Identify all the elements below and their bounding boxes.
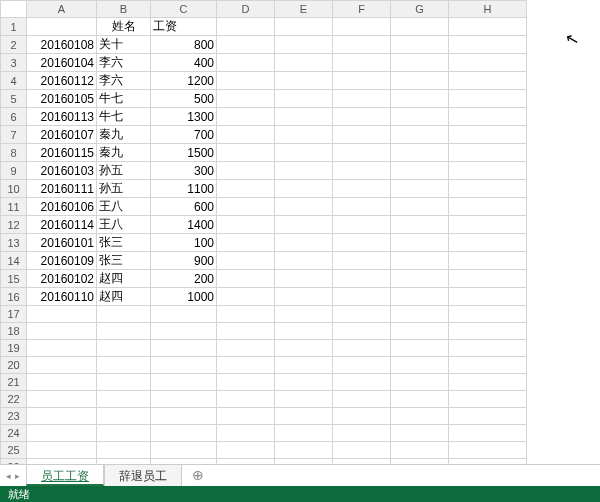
cell[interactable]: 赵四 [97,288,151,306]
cell[interactable] [151,442,217,459]
tab-nav-prev-icon[interactable]: ◂ [6,471,11,481]
row-header[interactable]: 18 [1,323,27,340]
cell[interactable]: 1100 [151,180,217,198]
cell[interactable]: 李六 [97,72,151,90]
row-header[interactable]: 2 [1,36,27,54]
cell[interactable] [391,270,449,288]
cell[interactable] [449,340,527,357]
cell[interactable] [151,374,217,391]
cell[interactable] [275,180,333,198]
cell[interactable]: 20160103 [27,162,97,180]
sheet-tab-inactive[interactable]: 辞退员工 [104,464,182,486]
cell[interactable] [275,288,333,306]
cell[interactable] [333,340,391,357]
cell[interactable] [217,72,275,90]
col-header-E[interactable]: E [275,1,333,18]
cell[interactable]: 900 [151,252,217,270]
cell[interactable] [151,340,217,357]
cell[interactable] [275,126,333,144]
cell[interactable] [333,306,391,323]
cell[interactable] [217,391,275,408]
cell[interactable] [449,198,527,216]
col-header-H[interactable]: H [449,1,527,18]
cell[interactable]: 600 [151,198,217,216]
cell[interactable] [217,18,275,36]
cell[interactable] [333,357,391,374]
cell[interactable] [275,234,333,252]
cell[interactable] [333,126,391,144]
cell[interactable]: 1200 [151,72,217,90]
row-header[interactable]: 6 [1,108,27,126]
cell[interactable] [151,323,217,340]
cell[interactable] [449,234,527,252]
cell[interactable] [391,442,449,459]
cell[interactable] [449,216,527,234]
cell[interactable] [275,90,333,108]
cell[interactable] [151,357,217,374]
row-header[interactable]: 8 [1,144,27,162]
row-header[interactable]: 5 [1,90,27,108]
cell[interactable] [275,340,333,357]
cell[interactable] [333,323,391,340]
cell[interactable] [333,374,391,391]
cell[interactable] [391,54,449,72]
cell[interactable] [275,72,333,90]
cell[interactable] [333,144,391,162]
cell[interactable] [449,270,527,288]
cell[interactable] [275,306,333,323]
row-header[interactable]: 16 [1,288,27,306]
cell[interactable] [333,252,391,270]
cell[interactable] [333,198,391,216]
cell[interactable]: 20160109 [27,252,97,270]
cell[interactable] [217,270,275,288]
cell[interactable]: 20160102 [27,270,97,288]
cell[interactable] [151,408,217,425]
cell[interactable] [151,391,217,408]
cell[interactable] [449,126,527,144]
cell[interactable]: 孙五 [97,180,151,198]
cell[interactable]: 500 [151,90,217,108]
cell[interactable] [333,391,391,408]
cell[interactable] [217,288,275,306]
cell[interactable]: 秦九 [97,144,151,162]
cell[interactable] [217,323,275,340]
cell[interactable] [449,408,527,425]
cell[interactable] [275,18,333,36]
cell[interactable] [391,144,449,162]
cell[interactable] [449,180,527,198]
cell[interactable] [449,306,527,323]
cell[interactable]: 1300 [151,108,217,126]
cell[interactable] [217,108,275,126]
cell[interactable] [333,288,391,306]
cell[interactable] [27,357,97,374]
cell[interactable]: 姓名 [97,18,151,36]
cell[interactable]: 700 [151,126,217,144]
col-header-A[interactable]: A [27,1,97,18]
cell[interactable] [333,54,391,72]
cell[interactable]: 牛七 [97,108,151,126]
cell[interactable] [217,252,275,270]
cell[interactable]: 20160110 [27,288,97,306]
cell[interactable]: 秦九 [97,126,151,144]
row-header[interactable]: 11 [1,198,27,216]
cell[interactable] [449,36,527,54]
row-header[interactable]: 22 [1,391,27,408]
cell[interactable] [449,288,527,306]
cell[interactable]: 孙五 [97,162,151,180]
row-header[interactable]: 1 [1,18,27,36]
cell[interactable] [333,108,391,126]
cell[interactable] [151,306,217,323]
cell[interactable]: 20160104 [27,54,97,72]
cell[interactable]: 王八 [97,198,151,216]
cell[interactable] [449,54,527,72]
cell[interactable] [275,108,333,126]
cell[interactable] [97,340,151,357]
cell[interactable] [97,391,151,408]
cell[interactable] [391,340,449,357]
cell[interactable] [391,90,449,108]
cell[interactable]: 关十 [97,36,151,54]
cell[interactable] [333,270,391,288]
cell[interactable] [391,216,449,234]
cell[interactable]: 牛七 [97,90,151,108]
spreadsheet-grid[interactable]: A B C D E F G H 1姓名工资220160108关十80032016… [0,0,527,476]
